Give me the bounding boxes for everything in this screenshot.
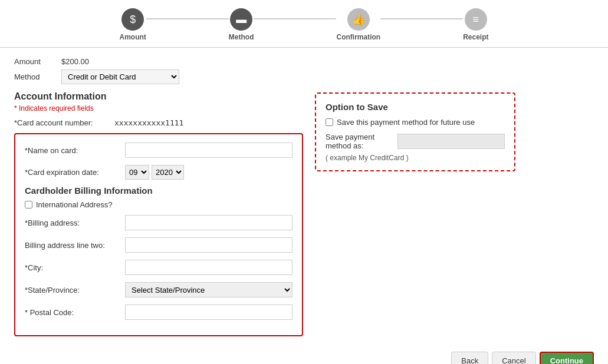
- expiry-label: *Card expiration date:: [25, 168, 125, 177]
- postal-row: * Postal Code:: [25, 305, 293, 320]
- name-on-card-input[interactable]: [125, 143, 293, 158]
- international-address-row: International Address?: [25, 200, 293, 209]
- back-button[interactable]: Back: [451, 352, 488, 364]
- amount-row: Amount $200.00: [14, 57, 303, 66]
- name-on-card-label: *Name on card:: [25, 146, 125, 155]
- method-row: Method Credit or Debit Card Electronic C…: [14, 70, 303, 84]
- continue-button[interactable]: Continue: [540, 352, 594, 364]
- save-method-row: Save payment method as:: [326, 133, 505, 150]
- save-method-label: Save payment method as:: [326, 133, 393, 150]
- card-number-row: *Card account number: xxxxxxxxxxx1111: [14, 118, 303, 127]
- method-label: Method: [14, 72, 61, 81]
- account-form-box: *Name on card: *Card expiration date: 09…: [14, 133, 303, 336]
- amount-value: $200.00: [61, 57, 89, 66]
- billing-title: Cardholder Billing Information: [25, 186, 293, 196]
- step-line-2: [254, 18, 336, 19]
- international-address-label: International Address?: [36, 200, 112, 209]
- step-confirmation-label: Confirmation: [336, 33, 380, 41]
- account-info-title: Account Information: [14, 91, 303, 102]
- left-panel: Amount $200.00 Method Credit or Debit Ca…: [14, 57, 303, 336]
- save-checkbox-label: Save this payment method for future use: [337, 118, 475, 127]
- amount-label: Amount: [14, 57, 61, 66]
- postal-label: * Postal Code:: [25, 308, 125, 317]
- step-method[interactable]: ▬ Method: [229, 8, 254, 41]
- cancel-button[interactable]: Cancel: [492, 352, 535, 364]
- right-panel: Option to Save Save this payment method …: [315, 57, 515, 336]
- step-receipt-icon: ≡: [465, 8, 487, 31]
- save-checkbox-row: Save this payment method for future use: [326, 118, 505, 127]
- step-method-label: Method: [229, 33, 254, 41]
- step-amount-icon: $: [121, 8, 144, 31]
- stepper: $ Amount ▬ Method 👍 Confirmation ≡ Recei…: [0, 0, 608, 48]
- step-receipt-label: Receipt: [463, 33, 488, 41]
- postal-input[interactable]: [125, 305, 293, 320]
- name-on-card-row: *Name on card:: [25, 143, 293, 158]
- card-number-label: *Card account number:: [14, 118, 114, 127]
- state-row: *State/Province: Select State/Province: [25, 282, 293, 297]
- step-confirmation-icon: 👍: [347, 8, 370, 31]
- save-example: ( example My CreditCard ): [326, 154, 505, 162]
- international-address-checkbox[interactable]: [25, 201, 32, 209]
- required-note: * Indicates required fields: [14, 104, 303, 112]
- billing-address-label: *Billing address:: [25, 219, 125, 227]
- step-line-3: [380, 18, 463, 19]
- step-method-icon: ▬: [230, 8, 252, 31]
- save-method-input[interactable]: [397, 134, 505, 149]
- billing-address-input[interactable]: [125, 215, 293, 230]
- buttons-row: Back Cancel Continue: [0, 346, 608, 364]
- step-confirmation[interactable]: 👍 Confirmation: [336, 8, 380, 41]
- expiry-year-select[interactable]: 2020 202120222023 20242025: [152, 165, 184, 180]
- step-amount-label: Amount: [119, 33, 146, 41]
- step-line-1: [146, 18, 229, 19]
- billing-address2-label: Billing address line two:: [25, 241, 125, 250]
- city-label: *City:: [25, 263, 125, 272]
- method-select[interactable]: Credit or Debit Card Electronic Check: [61, 70, 179, 84]
- option-save-box: Option to Save Save this payment method …: [315, 92, 515, 171]
- expiry-row: *Card expiration date: 09 010203 040506 …: [25, 165, 293, 180]
- option-save-title: Option to Save: [326, 102, 505, 112]
- billing-address2-input[interactable]: [125, 237, 293, 253]
- step-receipt[interactable]: ≡ Receipt: [463, 8, 488, 41]
- expiry-month-select[interactable]: 09 010203 040506 070810 1112: [125, 165, 149, 180]
- billing-address-row: *Billing address:: [25, 215, 293, 230]
- step-amount[interactable]: $ Amount: [119, 8, 146, 41]
- state-select[interactable]: Select State/Province: [125, 282, 293, 297]
- card-number-value: xxxxxxxxxxx1111: [114, 118, 183, 127]
- billing-address2-row: Billing address line two:: [25, 237, 293, 253]
- main-content: Amount $200.00 Method Credit or Debit Ca…: [0, 48, 608, 346]
- city-row: *City:: [25, 260, 293, 275]
- city-input[interactable]: [125, 260, 293, 275]
- state-label: *State/Province:: [25, 286, 125, 294]
- save-payment-checkbox[interactable]: [326, 118, 333, 126]
